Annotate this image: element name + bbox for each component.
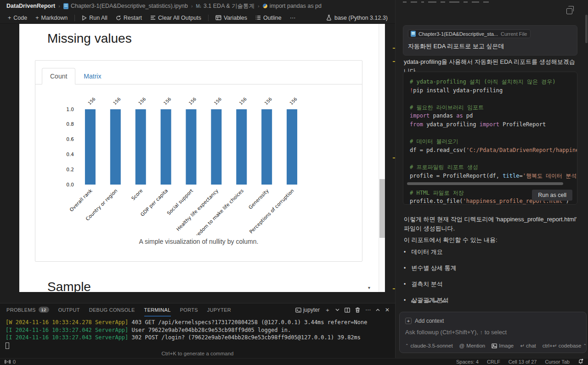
svg-text:0.8: 0.8 — [66, 121, 74, 127]
run-all-button[interactable]: Run All — [79, 13, 111, 22]
variables-button[interactable]: Variables — [212, 13, 250, 22]
image-button[interactable]: Image — [492, 343, 514, 348]
breadcrumb-root[interactable]: DataDrivenReport — [6, 3, 55, 9]
code-horizontal-scrollbar[interactable] — [407, 182, 563, 185]
plus-icon: + — [405, 318, 412, 324]
run-as-cell-button[interactable]: Run as cell — [532, 190, 572, 201]
panel-tab-debug-console[interactable]: DEBUG CONSOLE — [89, 303, 135, 316]
model-selector[interactable]: ⌃ claude-3.5-sonnet — [405, 343, 453, 348]
new-terminal-button[interactable]: ＋ — [325, 306, 330, 314]
copy-message-icon[interactable] — [566, 8, 572, 14]
outline-button[interactable]: Outline — [252, 13, 285, 22]
toolbar-divider — [208, 15, 209, 21]
clipped-list-item — [411, 301, 503, 303]
svg-text:Generosity: Generosity — [247, 188, 270, 210]
terminal-hint: Ctrl+K to generate a command — [0, 351, 395, 356]
chat-scrollbar-thumb[interactable] — [585, 15, 588, 43]
restart-button[interactable]: Restart — [113, 13, 145, 22]
status-cell-position[interactable]: Cell 13 of 27 — [509, 359, 537, 365]
broadcast-icon — [5, 359, 11, 364]
svg-text:156: 156 — [112, 96, 122, 106]
panel-tab-output[interactable]: OUTPUT — [58, 303, 80, 316]
code-lines: # ydata-profiling 설치 (아직 설치하지 않은 경우)!pip… — [410, 78, 577, 205]
image-icon — [492, 343, 497, 348]
svg-text:0.2: 0.2 — [66, 167, 74, 172]
notebook-output-area: Missing values CountMatrix 0.00.20.40.60… — [19, 24, 385, 292]
chat-input-box[interactable]: + Add context Ask followup (Ctrl+Shift+Y… — [399, 312, 587, 353]
variables-icon — [215, 15, 221, 20]
user-message-text: 자동화된 EDA 리포트로 보고 싶은데 — [408, 42, 572, 51]
notebook-scrollbar[interactable] — [379, 24, 385, 292]
breadcrumb-file[interactable]: Chapter3-1(EDA&Descriptive_statistics).i… — [63, 3, 188, 9]
kill-terminal-button[interactable] — [355, 307, 360, 313]
status-indent[interactable]: Spaces: 4 — [456, 359, 479, 365]
send-chat-button[interactable]: ↵ chat — [520, 343, 536, 349]
terminal-log-line: [I 2024-11-16 10:33:27.043 ServerApp] 30… — [6, 334, 395, 342]
svg-text:156: 156 — [87, 96, 96, 106]
list-item: •상관관계 분석 — [404, 296, 578, 304]
status-cursor-tab[interactable]: Cursor Tab — [545, 359, 570, 365]
svg-text:1.0: 1.0 — [66, 107, 74, 112]
terminal-dropdown-chevron[interactable] — [335, 309, 339, 311]
current-file-badge: Current File — [501, 31, 527, 37]
list-item: •데이터 개요 — [404, 248, 578, 256]
panel-tab-problems[interactable]: PROBLEMS12 — [6, 303, 49, 316]
scroll-down-arrow[interactable]: ▾ — [368, 285, 370, 290]
svg-text:GDP per capita: GDP per capita — [139, 188, 169, 217]
notebook-file-icon — [63, 3, 68, 9]
code-line — [410, 129, 577, 138]
mention-button[interactable]: @ Mention — [459, 343, 486, 348]
bar-2 — [136, 109, 146, 185]
tab-matrix[interactable]: Matrix — [75, 68, 109, 84]
breadcrumb-cell[interactable]: import pandas as pd — [263, 3, 322, 9]
add-markdown-button[interactable]: + Markdown — [32, 13, 71, 22]
panel-tab-terminal[interactable]: TERMINAL — [144, 303, 171, 316]
assistant-text: 이 리포트에서 확인할 수 있는 내용: — [404, 236, 579, 245]
more-actions-button[interactable]: ⋯ — [287, 13, 299, 22]
svg-text:156: 156 — [263, 96, 273, 106]
toolbar-divider — [74, 15, 75, 21]
bar-6 — [236, 109, 247, 185]
list-item: •결측치 분석 — [404, 280, 578, 288]
bar-0 — [85, 109, 96, 185]
clipped-chat-header — [403, 1, 541, 3]
list-item: •변수별 상세 통계 — [404, 264, 578, 272]
panel-more-actions[interactable]: ⋯ — [365, 307, 371, 313]
svg-text:Social support: Social support — [166, 188, 194, 216]
svg-text:Score: Score — [130, 188, 143, 201]
bar-4 — [186, 109, 197, 185]
clear-all-outputs-button[interactable]: Clear All Outputs — [147, 13, 204, 22]
tab-count[interactable]: Count — [42, 68, 75, 84]
notifications-bell-icon[interactable] — [578, 359, 583, 365]
terminal-output: [W 2024-11-16 10:33:24.278 ServerApp] 40… — [0, 316, 395, 351]
svg-text:Healthy life expectancy: Healthy life expectancy — [175, 188, 219, 232]
bar-7 — [261, 109, 272, 185]
send-codebase-button[interactable]: ctrl+↵ codebase ⌃ — [543, 343, 587, 349]
restart-icon — [116, 15, 121, 21]
clear-outputs-icon — [150, 15, 156, 20]
panel-tab-jupyter[interactable]: JUPYTER — [207, 303, 231, 316]
context-file-chip[interactable]: Chapter3-1(EDA&Descriptive_sta... Curren… — [408, 29, 531, 38]
add-code-button[interactable]: + Code — [5, 13, 30, 22]
svg-text:0.0: 0.0 — [66, 182, 74, 187]
add-context-button[interactable]: + Add context — [405, 318, 444, 324]
split-terminal-button[interactable] — [345, 308, 350, 313]
chevron-up-icon — [376, 309, 380, 311]
terminal-instance-picker[interactable]: jupyter — [295, 307, 320, 313]
notebook-file-icon — [411, 31, 416, 37]
bar-chart-svg: 0.00.20.40.60.81.0156Overall rank156Coun… — [37, 89, 359, 235]
close-panel-button[interactable]: ✕ — [385, 307, 390, 313]
vscode-window: DataDrivenReport › Chapter3-1(EDA&Descri… — [0, 0, 588, 365]
maximize-panel-button[interactable] — [376, 309, 380, 311]
nullity-tabs: CountMatrix — [35, 61, 362, 84]
svg-text:Overall rank: Overall rank — [68, 187, 94, 213]
panel-tab-ports[interactable]: PORTS — [180, 303, 198, 316]
status-eol[interactable]: CRLF — [487, 359, 500, 365]
code-line — [410, 154, 577, 163]
remote-indicator[interactable]: 0 — [5, 359, 16, 365]
bar-1 — [110, 109, 121, 185]
panel-actions: jupyter ＋ ⋯ ✕ — [295, 306, 395, 314]
breadcrumb-section[interactable]: M↓ 3.1 EDA & 기술통계 — [196, 2, 255, 10]
kernel-picker[interactable]: base (Python 3.12.3) — [323, 14, 390, 22]
notebook-scrollbar-thumb[interactable] — [379, 179, 385, 238]
